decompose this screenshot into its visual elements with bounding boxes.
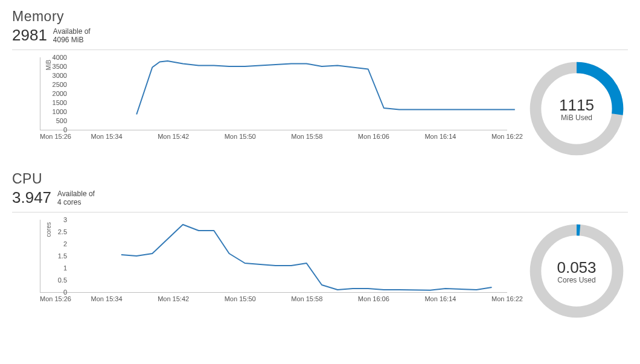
x-tick: Mon 16:14 (424, 133, 456, 140)
memory-donut-label: MiB Used (525, 113, 628, 122)
memory-section: Memory 2981 Available of 4096 MiB MiB 05… (12, 8, 628, 160)
memory-available-value: 2981 (12, 26, 47, 45)
cpu-section: CPU 3.947 Available of 4 cores cores 00.… (12, 171, 628, 322)
memory-title: Memory (12, 8, 628, 25)
cpu-available-label: Available of 4 cores (57, 190, 95, 206)
divider (12, 212, 628, 212)
x-tick: Mon 16:14 (424, 295, 456, 302)
x-tick: Mon 16:06 (358, 295, 389, 302)
x-tick: Mon 15:58 (291, 133, 322, 140)
x-tick: Mon 15:42 (158, 295, 189, 302)
cpu-chart: cores 00.511.522.53 Mon 15:26Mon 15:34Mo… (12, 220, 507, 304)
cpu-donut-value: 0.053 (525, 258, 628, 277)
cpu-available-label-2: 4 cores (57, 198, 95, 206)
cpu-available-value: 3.947 (12, 188, 51, 207)
memory-available-label-1: Available of (53, 27, 91, 36)
x-tick: Mon 16:22 (491, 295, 523, 302)
x-tick: Mon 15:58 (291, 295, 322, 302)
x-tick: Mon 15:50 (225, 295, 256, 302)
x-tick: Mon 15:34 (91, 133, 123, 140)
x-tick: Mon 16:22 (491, 133, 523, 140)
cpu-title: CPU (12, 171, 628, 187)
x-tick: Mon 15:26 (40, 295, 71, 302)
x-tick: Mon 15:26 (40, 133, 71, 140)
cpu-summary: 3.947 Available of 4 cores (12, 188, 628, 207)
divider (12, 49, 628, 50)
memory-summary: 2981 Available of 4096 MiB (12, 26, 628, 45)
x-tick: Mon 15:42 (158, 133, 189, 140)
x-tick: Mon 16:06 (358, 133, 389, 140)
x-tick: Mon 15:34 (91, 295, 123, 302)
cpu-donut: 0.053 Cores Used (525, 220, 628, 322)
cpu-donut-label: Cores Used (525, 276, 628, 284)
memory-available-label-2: 4096 MiB (53, 36, 91, 44)
memory-available-label: Available of 4096 MiB (53, 27, 91, 44)
cpu-available-label-1: Available of (57, 190, 95, 198)
memory-donut-value: 1115 (525, 96, 628, 115)
x-tick: Mon 15:50 (225, 133, 256, 140)
memory-donut: 1115 MiB Used (525, 57, 628, 160)
memory-chart: MiB 05001000150020002500300035004000 Mon… (12, 57, 507, 141)
